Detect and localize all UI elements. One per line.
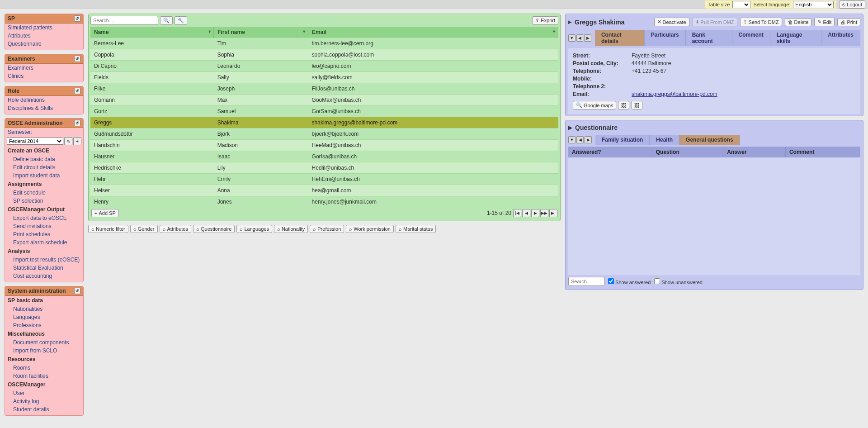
qtab-general-questions[interactable]: General questions: [679, 135, 740, 145]
sidebar-item[interactable]: SP selection: [5, 197, 83, 205]
sidebar-item[interactable]: Send invitations: [5, 222, 83, 230]
refresh-icon[interactable]: ↺: [74, 56, 80, 62]
refresh-icon[interactable]: ↺: [74, 288, 80, 294]
table-row[interactable]: Di CaprioLeonardoleo@caprio.com: [90, 61, 558, 72]
filter-button[interactable]: ⌕ Marital status: [396, 225, 436, 233]
pager-first[interactable]: |◀: [513, 209, 521, 217]
sidebar-item[interactable]: Questionnaire: [5, 40, 83, 48]
table-row[interactable]: HedrischkeLilyHedlil@unibas.ch: [90, 162, 558, 174]
export-button[interactable]: ⇪ Export: [532, 16, 558, 25]
sidebar-item[interactable]: Examiners: [5, 64, 83, 72]
table-row[interactable]: HausnerIsaacGorIsa@unibas.ch: [90, 151, 558, 162]
sidebar-item[interactable]: Role definitions: [5, 96, 83, 104]
tab-next[interactable]: ▶: [584, 34, 591, 42]
search-settings-button[interactable]: 🔧: [175, 16, 187, 25]
filter-button[interactable]: ⌕ Attributes: [160, 225, 191, 233]
google-maps-button[interactable]: 🔍Google maps: [573, 101, 616, 109]
col-name[interactable]: Name▼: [90, 27, 214, 38]
filter-button[interactable]: ⌕ Nationality: [274, 225, 308, 233]
sidebar-item[interactable]: Nationalities: [5, 305, 83, 313]
table-row[interactable]: GreggsShakimashakima.greggs@baltimore-pd…: [90, 117, 558, 128]
edit-semester-icon[interactable]: ✎: [64, 137, 72, 145]
table-row[interactable]: GortzSamuelGorSam@unibas.ch: [90, 106, 558, 117]
search-button[interactable]: 🔍: [160, 16, 173, 25]
qcol-comment[interactable]: Comment: [785, 147, 860, 157]
qtab-health[interactable]: Health: [650, 135, 679, 145]
table-row[interactable]: Berners-LeeTimtim.berners-lee@cern.org: [90, 38, 558, 49]
filter-button[interactable]: ⌕ Languages: [236, 225, 272, 233]
send-to-dmz-button[interactable]: ⇪Send To DMZ: [740, 18, 782, 26]
sidebar-item[interactable]: Disciplines & Skills: [5, 104, 83, 112]
add-sp-button[interactable]: + Add SP: [91, 209, 119, 217]
print-button[interactable]: 🖨Print: [837, 18, 860, 26]
language-select[interactable]: English: [793, 1, 834, 8]
sidebar-item[interactable]: Document components: [5, 338, 83, 347]
sidebar-item[interactable]: Professions: [5, 321, 83, 329]
sidebar-item[interactable]: Edit circuit details: [5, 163, 83, 171]
table-row[interactable]: CoppolaSophiasophia.coppola@lost.com: [90, 49, 558, 61]
qcol-answer[interactable]: Answer: [723, 147, 786, 157]
sidebar-item[interactable]: Import student data: [5, 171, 83, 180]
refresh-icon[interactable]: ↺: [74, 88, 80, 94]
tab-language-skills[interactable]: Language skills: [770, 30, 821, 46]
pager-last[interactable]: ▶|: [549, 209, 557, 217]
disclosure-icon[interactable]: ▶: [568, 19, 572, 24]
table-row[interactable]: HenryJoneshenry.jones@junkmail.com: [90, 196, 558, 208]
refresh-icon[interactable]: ↺: [74, 15, 80, 22]
table-row[interactable]: FilkeJosephFilJos@unibas.ch: [90, 83, 558, 95]
sidebar-item[interactable]: Import test results (eOSCE): [5, 256, 83, 264]
sidebar-item[interactable]: Languages: [5, 313, 83, 321]
sidebar-item[interactable]: Export data to eOSCE: [5, 214, 83, 222]
tab-attributes[interactable]: Attributes: [821, 30, 860, 46]
logout-button[interactable]: ⎋ Logout: [839, 0, 865, 9]
sidebar-item[interactable]: Student details: [5, 405, 83, 414]
tab-particulars[interactable]: Particulars: [645, 30, 686, 46]
tab-bank-account[interactable]: Bank account: [686, 30, 732, 46]
qcol-answered[interactable]: Answered?: [568, 147, 652, 157]
table-row[interactable]: HandschinMadisonHeeMad@unibas.ch: [90, 140, 558, 151]
edit-button[interactable]: ✎Edit: [814, 18, 835, 26]
filter-button[interactable]: ⌕ Gender: [130, 225, 158, 233]
qcol-question[interactable]: Question: [652, 147, 723, 157]
col-email[interactable]: Email▼: [308, 27, 558, 38]
sidebar-item[interactable]: Export alarm schedule: [5, 238, 83, 247]
sidebar-item[interactable]: Statistical Evaluation: [5, 264, 83, 272]
sidebar-item[interactable]: Cost accounting: [5, 272, 83, 280]
pull-from-dmz-button[interactable]: ⬇Pull From DMZ: [692, 18, 737, 26]
tab-dropdown[interactable]: ▼: [568, 34, 576, 42]
qtab-prev[interactable]: ◀: [576, 136, 584, 143]
show-answered-toggle[interactable]: Show answered: [608, 278, 651, 285]
sidebar-item[interactable]: Define basic data: [5, 155, 83, 163]
tab-prev[interactable]: ◀: [576, 34, 584, 42]
tab-comment[interactable]: Comment: [732, 30, 770, 46]
q-search-input[interactable]: [568, 277, 604, 286]
email-link[interactable]: shakima.greggs@baltimore-pd.com: [632, 91, 717, 97]
filter-button[interactable]: ⌕ Numeric filter: [88, 225, 128, 233]
pager-prev[interactable]: ◀: [522, 209, 530, 217]
add-semester-icon[interactable]: +: [73, 137, 81, 145]
disclosure-icon[interactable]: ▶: [568, 124, 572, 131]
table-row[interactable]: HeiserAnnahea@gmail.com: [90, 185, 558, 196]
sidebar-item[interactable]: Room facilities: [5, 372, 83, 380]
image-button-2[interactable]: 🖼: [631, 101, 642, 109]
qtab-family-situation[interactable]: Family situation: [595, 135, 650, 145]
filter-button[interactable]: ⌕ Questionnaire: [193, 225, 235, 233]
tab-contact-details[interactable]: Contact details: [595, 30, 645, 46]
sidebar-item[interactable]: Print schedules: [5, 230, 83, 238]
table-row[interactable]: GuðmundsdóttirBjörkbjoerk@bjoerk.com: [90, 128, 558, 140]
table-row[interactable]: HehrEmilyHehEmi@unibas.ch: [90, 174, 558, 185]
refresh-icon[interactable]: ↺: [74, 120, 80, 126]
pager-next2[interactable]: ▶▶: [540, 209, 548, 217]
sidebar-item[interactable]: Clinics: [5, 72, 83, 80]
deactivate-button[interactable]: ✕Deactivate: [654, 18, 689, 26]
qtab-dropdown[interactable]: ▼: [568, 136, 576, 143]
sidebar-item[interactable]: Simulated patients: [5, 24, 83, 32]
sidebar-item[interactable]: Attributes: [5, 32, 83, 40]
semester-select[interactable]: Federal 2014: [7, 138, 63, 145]
sidebar-item[interactable]: Activity log: [5, 397, 83, 405]
qtab-next[interactable]: ▶: [585, 136, 592, 143]
sidebar-item[interactable]: Import from SCLO: [5, 347, 83, 355]
col-first[interactable]: First name▼: [214, 27, 308, 38]
filter-button[interactable]: ⌕ Work permission: [346, 225, 394, 233]
search-input[interactable]: [90, 16, 158, 25]
